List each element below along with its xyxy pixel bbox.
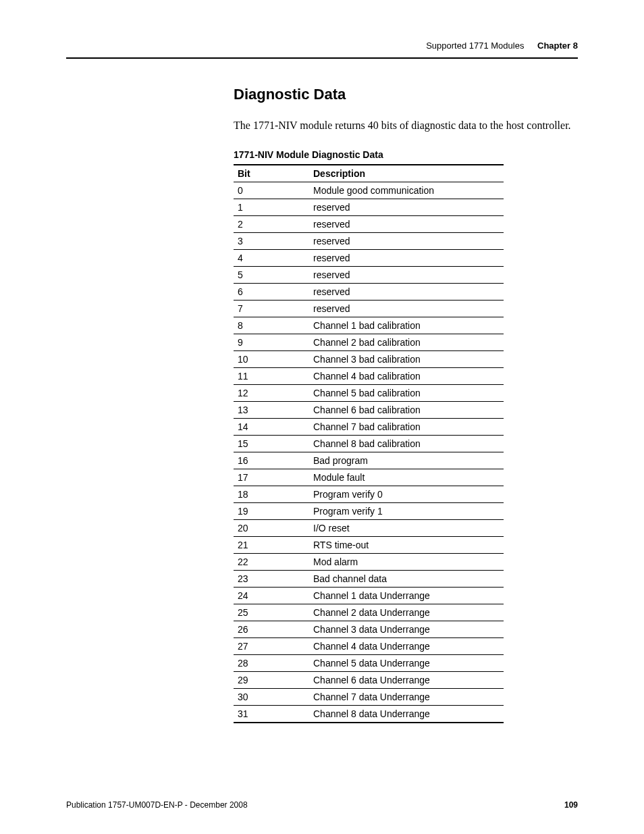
table-row: 27Channel 4 data Underrange [234, 637, 504, 654]
content-area: Diagnostic Data The 1771-NIV module retu… [234, 86, 578, 723]
cell-description: reserved [309, 215, 504, 232]
cell-bit: 10 [234, 350, 309, 367]
cell-description: Channel 2 bad calibration [309, 334, 504, 350]
table-row: 12Channel 5 bad calibration [234, 384, 504, 401]
cell-description: Module fault [309, 469, 504, 486]
table-row: 13Channel 6 bad calibration [234, 401, 504, 418]
diagnostic-table: Bit Description 0Module good communicati… [234, 164, 504, 723]
cell-bit: 27 [234, 637, 309, 654]
table-row: 26Channel 3 data Underrange [234, 621, 504, 637]
cell-description: Mod alarm [309, 553, 504, 570]
table-row: 3reserved [234, 232, 504, 249]
intro-paragraph: The 1771-NIV module returns 40 bits of d… [234, 118, 578, 133]
table-row: 7reserved [234, 300, 504, 317]
cell-description: Channel 2 data Underrange [309, 604, 504, 621]
cell-bit: 9 [234, 334, 309, 350]
cell-bit: 23 [234, 570, 309, 587]
table-row: 1reserved [234, 199, 504, 215]
cell-bit: 29 [234, 671, 309, 688]
cell-description: Channel 4 bad calibration [309, 367, 504, 384]
cell-bit: 0 [234, 182, 309, 199]
table-title: 1771-NIV Module Diagnostic Data [234, 149, 578, 160]
cell-description: Module good communication [309, 182, 504, 199]
cell-bit: 30 [234, 688, 309, 705]
table-row: 25Channel 2 data Underrange [234, 604, 504, 621]
table-row: 28Channel 5 data Underrange [234, 654, 504, 671]
table-header-row: Bit Description [234, 165, 504, 182]
col-header-description: Description [309, 165, 504, 182]
table-body: 0Module good communication1reserved2rese… [234, 182, 504, 723]
cell-description: Channel 6 bad calibration [309, 401, 504, 418]
cell-bit: 12 [234, 384, 309, 401]
cell-description: Channel 4 data Underrange [309, 637, 504, 654]
cell-description: Channel 8 bad calibration [309, 435, 504, 452]
table-row: 17Module fault [234, 469, 504, 486]
cell-bit: 5 [234, 266, 309, 283]
cell-bit: 19 [234, 502, 309, 519]
cell-description: reserved [309, 283, 504, 300]
cell-bit: 24 [234, 587, 309, 604]
table-row: 15Channel 8 bad calibration [234, 435, 504, 452]
table-row: 23Bad channel data [234, 570, 504, 587]
cell-description: Channel 1 bad calibration [309, 317, 504, 334]
table-row: 4reserved [234, 249, 504, 266]
footer-page-number: 109 [564, 800, 578, 810]
cell-bit: 31 [234, 705, 309, 723]
cell-bit: 8 [234, 317, 309, 334]
cell-description: RTS time-out [309, 536, 504, 553]
cell-description: Bad program [309, 452, 504, 469]
cell-description: Channel 7 bad calibration [309, 418, 504, 435]
cell-description: reserved [309, 249, 504, 266]
cell-description: reserved [309, 232, 504, 249]
cell-description: Channel 3 bad calibration [309, 350, 504, 367]
table-row: 16Bad program [234, 452, 504, 469]
cell-bit: 17 [234, 469, 309, 486]
table-row: 2reserved [234, 215, 504, 232]
cell-bit: 6 [234, 283, 309, 300]
cell-bit: 22 [234, 553, 309, 570]
page: Supported 1771 Modules Chapter 8 Diagnos… [0, 0, 644, 834]
table-row: 11Channel 4 bad calibration [234, 367, 504, 384]
cell-bit: 13 [234, 401, 309, 418]
cell-bit: 2 [234, 215, 309, 232]
table-row: 18Program verify 0 [234, 486, 504, 502]
cell-bit: 25 [234, 604, 309, 621]
table-row: 29Channel 6 data Underrange [234, 671, 504, 688]
table-row: 0Module good communication [234, 182, 504, 199]
cell-description: Channel 3 data Underrange [309, 621, 504, 637]
table-row: 22Mod alarm [234, 553, 504, 570]
col-header-bit: Bit [234, 165, 309, 182]
cell-description: Bad channel data [309, 570, 504, 587]
cell-description: Channel 1 data Underrange [309, 587, 504, 604]
table-row: 21RTS time-out [234, 536, 504, 553]
cell-bit: 3 [234, 232, 309, 249]
table-row: 5reserved [234, 266, 504, 283]
footer-publication: Publication 1757-UM007D-EN-P - December … [66, 800, 248, 810]
cell-bit: 7 [234, 300, 309, 317]
cell-bit: 16 [234, 452, 309, 469]
cell-bit: 21 [234, 536, 309, 553]
cell-bit: 28 [234, 654, 309, 671]
cell-description: reserved [309, 300, 504, 317]
cell-bit: 18 [234, 486, 309, 502]
cell-description: Channel 6 data Underrange [309, 671, 504, 688]
cell-bit: 1 [234, 199, 309, 215]
cell-bit: 15 [234, 435, 309, 452]
cell-description: Channel 8 data Underrange [309, 705, 504, 723]
cell-description: reserved [309, 266, 504, 283]
table-row: 9Channel 2 bad calibration [234, 334, 504, 350]
cell-description: reserved [309, 199, 504, 215]
cell-bit: 4 [234, 249, 309, 266]
table-row: 24Channel 1 data Underrange [234, 587, 504, 604]
cell-bit: 20 [234, 519, 309, 536]
table-row: 10Channel 3 bad calibration [234, 350, 504, 367]
table-row: 20I/O reset [234, 519, 504, 536]
header-section: Supported 1771 Modules [426, 41, 524, 51]
cell-description: Program verify 1 [309, 502, 504, 519]
cell-bit: 26 [234, 621, 309, 637]
cell-description: Channel 7 data Underrange [309, 688, 504, 705]
table-row: 14Channel 7 bad calibration [234, 418, 504, 435]
cell-bit: 14 [234, 418, 309, 435]
cell-description: Channel 5 bad calibration [309, 384, 504, 401]
table-row: 31Channel 8 data Underrange [234, 705, 504, 723]
